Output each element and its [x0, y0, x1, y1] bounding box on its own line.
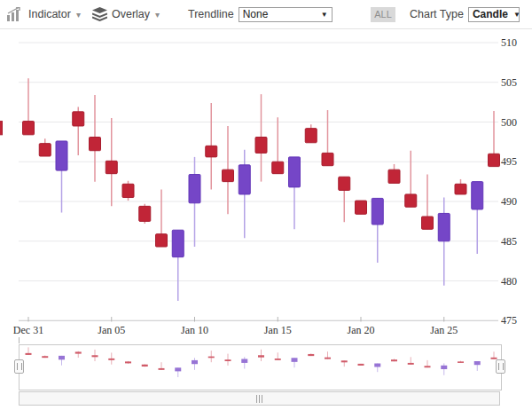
candle-jan-12[interactable]	[223, 126, 234, 214]
candle-jan-17[interactable]	[305, 124, 317, 143]
candle-body	[189, 175, 200, 203]
nav-candle-body	[458, 361, 464, 363]
indicator-dropdown[interactable]: Indicator ▾	[6, 0, 81, 28]
candle-body	[139, 206, 151, 221]
candle-body	[405, 194, 417, 207]
overlay-label: Overlay	[112, 8, 150, 20]
x-axis-label: Jan 15	[264, 324, 292, 336]
candle-jan-19[interactable]	[339, 177, 350, 222]
candle-jan-15[interactable]	[272, 117, 284, 174]
candle-jan-13[interactable]	[239, 150, 250, 238]
navigator-left-handle[interactable]	[14, 359, 24, 374]
nav-candle-body	[408, 363, 414, 365]
candle-body	[122, 184, 134, 197]
candle-jan-22[interactable]	[388, 164, 400, 183]
chart-type-control: Chart Type Candle ▼	[410, 0, 520, 28]
candle-body	[39, 144, 51, 156]
trendline-selected-value: None	[243, 8, 269, 20]
layers-icon	[92, 7, 107, 21]
clipped-candle	[0, 122, 3, 135]
candle-jan-08[interactable]	[156, 190, 168, 247]
candle-dec-31[interactable]	[23, 78, 35, 135]
candle-jan-23[interactable]	[405, 151, 417, 208]
candle-jan-26[interactable]	[455, 179, 466, 194]
handle-grip-icon	[17, 363, 22, 370]
candle-jan-10[interactable]	[189, 157, 200, 247]
nav-candle-body	[441, 366, 447, 369]
candle-body	[255, 138, 267, 154]
candlestick-chart[interactable]: 475480485490495500505510Dec 31Jan 05Jan …	[0, 28, 532, 410]
candle-body	[305, 129, 317, 143]
trendline-control: Trendline None ▼	[188, 0, 332, 28]
nav-candle-body	[325, 358, 331, 359]
candle-body	[455, 184, 466, 194]
indicator-label: Indicator	[28, 8, 71, 20]
candle-body	[239, 165, 250, 194]
nav-candle-body	[192, 360, 198, 364]
nav-candle-body	[275, 359, 281, 360]
y-axis-label: 475	[501, 314, 517, 327]
nav-candle-body	[225, 359, 231, 361]
trendline-label: Trendline	[188, 8, 234, 20]
chart-type-selected-value: Candle	[473, 8, 508, 20]
x-axis-label: Jan 10	[181, 324, 208, 336]
candle-jan-18[interactable]	[322, 110, 333, 166]
nav-candle-body	[292, 358, 298, 362]
candle-body	[438, 213, 450, 240]
candle-body	[156, 234, 168, 247]
candle-jan-14[interactable]	[255, 94, 267, 181]
nav-candle-body	[474, 361, 481, 365]
nav-candle-body	[159, 368, 165, 370]
toolbar: Indicator ▾ Overlay ▾ Trendline None ▼ A…	[0, 0, 532, 29]
overlay-dropdown[interactable]: Overlay ▾	[92, 0, 160, 28]
candle-body	[356, 201, 367, 214]
nav-candle-body	[125, 361, 131, 363]
range-all-button[interactable]: ALL	[371, 7, 395, 22]
y-axis-label: 510	[501, 36, 517, 49]
nav-candle-body	[142, 365, 148, 367]
candle-body	[472, 182, 483, 209]
x-axis-label: Jan 20	[348, 324, 375, 336]
candle-body	[489, 154, 500, 166]
bar-chart-icon	[6, 7, 24, 21]
y-axis-label: 490	[501, 195, 517, 208]
candle-body	[289, 157, 301, 187]
nav-candle-body	[208, 357, 215, 359]
nav-candle-body	[42, 356, 48, 358]
candle-jan-03[interactable]	[73, 106, 84, 155]
candle-jan-25[interactable]	[438, 198, 450, 286]
candle-jan-07[interactable]	[139, 204, 151, 224]
candle-body	[322, 153, 333, 165]
candle-jan-27[interactable]	[472, 182, 483, 254]
x-axis-label: Dec 31	[13, 324, 43, 336]
candle-jan-09[interactable]	[172, 230, 184, 301]
x-axis-label: Jan 25	[430, 324, 458, 336]
candle-body	[422, 217, 434, 229]
trendline-select[interactable]: None ▼	[239, 7, 332, 22]
candle-jan-01[interactable]	[39, 138, 51, 156]
nav-candle-body	[108, 359, 114, 360]
candle-jan-21[interactable]	[372, 198, 383, 262]
y-axis-label: 485	[501, 235, 517, 248]
candle-jan-06[interactable]	[122, 181, 134, 201]
candle-jan-05[interactable]	[106, 118, 117, 206]
chart-type-select[interactable]: Candle ▼	[468, 7, 520, 22]
nav-candle-body	[425, 366, 431, 367]
candle-jan-16[interactable]	[289, 157, 301, 229]
y-axis-label: 500	[501, 116, 517, 129]
nav-candle-body	[92, 355, 98, 357]
y-axis-label: 480	[501, 275, 517, 288]
nav-candle-body	[175, 367, 181, 371]
y-axis-label: 505	[501, 76, 517, 89]
candle-jan-04[interactable]	[90, 95, 101, 182]
candle-body	[388, 170, 400, 183]
select-arrow-icon: ▼	[321, 11, 328, 19]
navigator-right-handle[interactable]	[496, 359, 505, 374]
nav-candle-body	[358, 364, 364, 366]
candle-jan-28[interactable]	[489, 111, 500, 167]
candle-jan-11[interactable]	[206, 103, 217, 190]
chart-type-label: Chart Type	[410, 8, 464, 20]
handle-grip-icon	[498, 363, 504, 370]
candle-body	[73, 112, 84, 126]
candle-jan-20[interactable]	[356, 201, 367, 214]
